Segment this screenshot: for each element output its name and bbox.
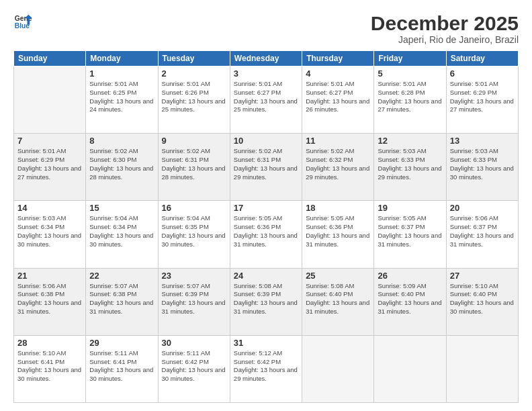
day-number: 30 <box>162 338 226 348</box>
day-cell: 19Sunrise: 5:05 AM Sunset: 6:37 PM Dayli… <box>374 201 446 268</box>
day-cell: 26Sunrise: 5:09 AM Sunset: 6:40 PM Dayli… <box>374 268 446 335</box>
day-info: Sunrise: 5:06 AM Sunset: 6:38 PM Dayligh… <box>17 282 82 316</box>
day-info: Sunrise: 5:01 AM Sunset: 6:26 PM Dayligh… <box>162 80 226 114</box>
title-block: December 2025 Japeri, Rio de Janeiro, Br… <box>371 12 519 45</box>
day-info: Sunrise: 5:12 AM Sunset: 6:42 PM Dayligh… <box>234 349 298 383</box>
day-cell: 24Sunrise: 5:08 AM Sunset: 6:39 PM Dayli… <box>230 268 302 335</box>
calendar-title: December 2025 <box>371 12 519 34</box>
day-number: 6 <box>450 68 515 79</box>
col-friday: Friday <box>374 51 446 66</box>
day-cell <box>14 66 86 134</box>
col-wednesday: Wednesday <box>230 51 302 66</box>
day-info: Sunrise: 5:07 AM Sunset: 6:38 PM Dayligh… <box>89 282 154 316</box>
day-cell: 25Sunrise: 5:08 AM Sunset: 6:40 PM Dayli… <box>302 268 374 335</box>
day-info: Sunrise: 5:01 AM Sunset: 6:25 PM Dayligh… <box>89 80 154 114</box>
header-row: Sunday Monday Tuesday Wednesday Thursday… <box>14 51 519 66</box>
day-number: 14 <box>17 203 82 213</box>
col-saturday: Saturday <box>446 51 518 66</box>
day-number: 8 <box>89 136 154 146</box>
day-info: Sunrise: 5:05 AM Sunset: 6:37 PM Dayligh… <box>378 214 442 248</box>
day-number: 20 <box>450 203 515 213</box>
day-number: 3 <box>234 68 298 79</box>
day-cell <box>446 335 518 402</box>
day-number: 9 <box>162 136 226 146</box>
day-cell: 12Sunrise: 5:03 AM Sunset: 6:33 PM Dayli… <box>374 134 446 201</box>
day-cell: 8Sunrise: 5:02 AM Sunset: 6:30 PM Daylig… <box>86 134 158 201</box>
day-number: 26 <box>378 271 442 281</box>
day-cell: 21Sunrise: 5:06 AM Sunset: 6:38 PM Dayli… <box>14 268 86 335</box>
col-sunday: Sunday <box>14 51 86 66</box>
day-number: 19 <box>378 203 442 213</box>
day-info: Sunrise: 5:07 AM Sunset: 6:39 PM Dayligh… <box>162 282 226 316</box>
day-info: Sunrise: 5:03 AM Sunset: 6:33 PM Dayligh… <box>450 147 515 181</box>
day-number: 5 <box>378 68 442 79</box>
day-cell: 16Sunrise: 5:04 AM Sunset: 6:35 PM Dayli… <box>158 201 230 268</box>
day-cell: 2Sunrise: 5:01 AM Sunset: 6:26 PM Daylig… <box>158 66 230 134</box>
day-number: 25 <box>306 271 370 281</box>
week-row-4: 21Sunrise: 5:06 AM Sunset: 6:38 PM Dayli… <box>14 268 519 335</box>
day-number: 4 <box>306 68 370 79</box>
day-number: 21 <box>17 271 82 281</box>
day-cell: 5Sunrise: 5:01 AM Sunset: 6:28 PM Daylig… <box>374 66 446 134</box>
day-number: 29 <box>89 338 154 348</box>
day-cell: 22Sunrise: 5:07 AM Sunset: 6:38 PM Dayli… <box>86 268 158 335</box>
day-cell <box>374 335 446 402</box>
day-info: Sunrise: 5:01 AM Sunset: 6:27 PM Dayligh… <box>306 80 370 114</box>
day-info: Sunrise: 5:01 AM Sunset: 6:28 PM Dayligh… <box>378 80 442 114</box>
day-info: Sunrise: 5:08 AM Sunset: 6:40 PM Dayligh… <box>306 282 370 316</box>
day-info: Sunrise: 5:02 AM Sunset: 6:30 PM Dayligh… <box>89 147 154 181</box>
col-monday: Monday <box>86 51 158 66</box>
day-number: 17 <box>234 203 298 213</box>
day-cell: 3Sunrise: 5:01 AM Sunset: 6:27 PM Daylig… <box>230 66 302 134</box>
calendar-subtitle: Japeri, Rio de Janeiro, Brazil <box>371 34 519 45</box>
day-info: Sunrise: 5:05 AM Sunset: 6:36 PM Dayligh… <box>234 214 298 248</box>
day-info: Sunrise: 5:06 AM Sunset: 6:37 PM Dayligh… <box>450 214 515 248</box>
logo: General Blue General Blue <box>13 12 32 31</box>
day-number: 10 <box>234 136 298 146</box>
day-cell <box>302 335 374 402</box>
day-number: 31 <box>234 338 298 348</box>
day-info: Sunrise: 5:10 AM Sunset: 6:41 PM Dayligh… <box>17 349 82 383</box>
day-number: 22 <box>89 271 154 281</box>
day-number: 27 <box>450 271 515 281</box>
day-number: 11 <box>306 136 370 146</box>
day-cell: 9Sunrise: 5:02 AM Sunset: 6:31 PM Daylig… <box>158 134 230 201</box>
col-thursday: Thursday <box>302 51 374 66</box>
header: General Blue General Blue December 2025 … <box>13 12 519 45</box>
day-info: Sunrise: 5:04 AM Sunset: 6:34 PM Dayligh… <box>89 214 154 248</box>
day-info: Sunrise: 5:01 AM Sunset: 6:29 PM Dayligh… <box>17 147 82 181</box>
day-number: 12 <box>378 136 442 146</box>
day-info: Sunrise: 5:03 AM Sunset: 6:34 PM Dayligh… <box>17 214 82 248</box>
day-number: 1 <box>89 68 154 79</box>
day-cell: 18Sunrise: 5:05 AM Sunset: 6:36 PM Dayli… <box>302 201 374 268</box>
day-cell: 11Sunrise: 5:02 AM Sunset: 6:32 PM Dayli… <box>302 134 374 201</box>
day-cell: 14Sunrise: 5:03 AM Sunset: 6:34 PM Dayli… <box>14 201 86 268</box>
week-row-2: 7Sunrise: 5:01 AM Sunset: 6:29 PM Daylig… <box>14 134 519 201</box>
day-cell: 15Sunrise: 5:04 AM Sunset: 6:34 PM Dayli… <box>86 201 158 268</box>
week-row-5: 28Sunrise: 5:10 AM Sunset: 6:41 PM Dayli… <box>14 335 519 402</box>
day-info: Sunrise: 5:01 AM Sunset: 6:27 PM Dayligh… <box>234 80 298 114</box>
day-number: 2 <box>162 68 226 79</box>
day-number: 7 <box>17 136 82 146</box>
day-number: 15 <box>89 203 154 213</box>
day-number: 13 <box>450 136 515 146</box>
day-cell: 29Sunrise: 5:11 AM Sunset: 6:41 PM Dayli… <box>86 335 158 402</box>
day-info: Sunrise: 5:02 AM Sunset: 6:32 PM Dayligh… <box>306 147 370 181</box>
day-cell: 31Sunrise: 5:12 AM Sunset: 6:42 PM Dayli… <box>230 335 302 402</box>
day-info: Sunrise: 5:02 AM Sunset: 6:31 PM Dayligh… <box>234 147 298 181</box>
day-cell: 28Sunrise: 5:10 AM Sunset: 6:41 PM Dayli… <box>14 335 86 402</box>
day-cell: 10Sunrise: 5:02 AM Sunset: 6:31 PM Dayli… <box>230 134 302 201</box>
calendar-table: Sunday Monday Tuesday Wednesday Thursday… <box>13 50 519 403</box>
day-number: 16 <box>162 203 226 213</box>
day-number: 28 <box>17 338 82 348</box>
week-row-1: 1Sunrise: 5:01 AM Sunset: 6:25 PM Daylig… <box>14 66 519 134</box>
day-info: Sunrise: 5:10 AM Sunset: 6:40 PM Dayligh… <box>450 282 515 316</box>
day-cell: 6Sunrise: 5:01 AM Sunset: 6:29 PM Daylig… <box>446 66 518 134</box>
day-cell: 1Sunrise: 5:01 AM Sunset: 6:25 PM Daylig… <box>86 66 158 134</box>
day-cell: 30Sunrise: 5:11 AM Sunset: 6:42 PM Dayli… <box>158 335 230 402</box>
day-number: 23 <box>162 271 226 281</box>
day-cell: 17Sunrise: 5:05 AM Sunset: 6:36 PM Dayli… <box>230 201 302 268</box>
day-info: Sunrise: 5:04 AM Sunset: 6:35 PM Dayligh… <box>162 214 226 248</box>
day-info: Sunrise: 5:11 AM Sunset: 6:41 PM Dayligh… <box>89 349 154 383</box>
page: General Blue General Blue December 2025 … <box>0 0 532 411</box>
